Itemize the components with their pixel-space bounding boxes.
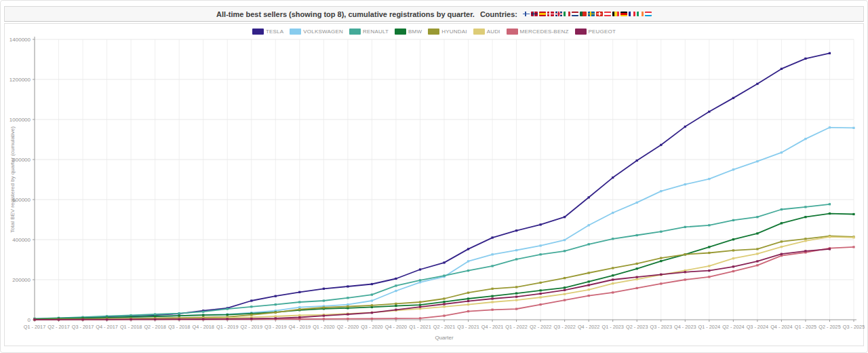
data-point[interactable] — [781, 253, 783, 255]
data-point[interactable] — [732, 270, 734, 272]
data-point[interactable] — [781, 68, 783, 70]
data-point[interactable] — [419, 301, 421, 303]
data-point[interactable] — [347, 297, 349, 299]
data-point[interactable] — [443, 261, 445, 263]
data-point[interactable] — [540, 303, 542, 305]
data-point[interactable] — [636, 160, 638, 162]
data-point[interactable] — [492, 253, 494, 255]
data-point[interactable] — [515, 258, 517, 260]
data-point[interactable] — [419, 304, 421, 306]
data-point[interactable] — [467, 260, 469, 262]
data-point[interactable] — [588, 272, 590, 274]
data-point[interactable] — [708, 265, 710, 267]
data-point[interactable] — [804, 240, 806, 242]
data-point[interactable] — [275, 317, 277, 319]
data-point[interactable] — [395, 278, 397, 280]
data-point[interactable] — [419, 279, 421, 281]
data-point[interactable] — [492, 309, 494, 311]
line-chart[interactable]: 0200000400000600000800000100000012000001… — [5, 24, 865, 345]
data-point[interactable] — [347, 313, 349, 315]
data-point[interactable] — [732, 97, 734, 99]
data-point[interactable] — [829, 52, 831, 54]
data-point[interactable] — [829, 203, 831, 205]
data-point[interactable] — [467, 270, 469, 272]
data-point[interactable] — [540, 293, 542, 295]
series-renault[interactable] — [33, 203, 831, 320]
data-point[interactable] — [82, 318, 84, 320]
data-point[interactable] — [612, 274, 614, 276]
data-point[interactable] — [298, 316, 300, 318]
data-point[interactable] — [540, 296, 542, 298]
data-point[interactable] — [612, 267, 614, 269]
data-point[interactable] — [708, 276, 710, 278]
data-point[interactable] — [636, 234, 638, 236]
data-point[interactable] — [564, 289, 566, 291]
data-point[interactable] — [298, 301, 300, 303]
data-point[interactable] — [515, 286, 517, 288]
data-point[interactable] — [829, 236, 831, 238]
data-point[interactable] — [202, 311, 204, 313]
data-point[interactable] — [371, 304, 373, 306]
data-point[interactable] — [660, 282, 662, 284]
data-point[interactable] — [154, 313, 156, 315]
data-point[interactable] — [226, 314, 229, 316]
data-point[interactable] — [178, 312, 180, 314]
data-point[interactable] — [660, 274, 662, 276]
data-point[interactable] — [781, 222, 783, 224]
data-point[interactable] — [250, 314, 252, 316]
data-point[interactable] — [588, 284, 590, 286]
data-point[interactable] — [564, 299, 566, 301]
data-point[interactable] — [443, 301, 445, 303]
data-point[interactable] — [540, 289, 542, 291]
data-point[interactable] — [323, 299, 325, 301]
data-point[interactable] — [588, 295, 590, 297]
data-point[interactable] — [540, 253, 542, 255]
data-point[interactable] — [275, 295, 277, 297]
data-point[interactable] — [732, 238, 734, 240]
data-point[interactable] — [636, 202, 638, 204]
data-point[interactable] — [829, 212, 831, 215]
data-point[interactable] — [588, 280, 590, 282]
data-point[interactable] — [298, 314, 300, 316]
data-point[interactable] — [443, 315, 445, 317]
data-point[interactable] — [732, 219, 734, 221]
data-point[interactable] — [371, 318, 373, 320]
data-point[interactable] — [443, 303, 445, 305]
data-point[interactable] — [732, 168, 734, 170]
data-point[interactable] — [395, 284, 397, 286]
data-point[interactable] — [347, 318, 349, 320]
data-point[interactable] — [323, 288, 325, 290]
data-point[interactable] — [419, 281, 421, 283]
data-point[interactable] — [492, 288, 494, 290]
data-point[interactable] — [540, 223, 542, 225]
data-point[interactable] — [756, 260, 758, 262]
data-point[interactable] — [515, 249, 517, 251]
data-point[interactable] — [515, 299, 517, 301]
data-point[interactable] — [395, 318, 397, 320]
data-point[interactable] — [588, 224, 590, 226]
data-point[interactable] — [492, 265, 494, 267]
data-point[interactable] — [756, 83, 758, 85]
data-point[interactable] — [756, 160, 758, 162]
data-point[interactable] — [323, 306, 325, 308]
data-point[interactable] — [298, 306, 300, 308]
data-point[interactable] — [660, 260, 662, 262]
data-point[interactable] — [732, 249, 734, 251]
data-point[interactable] — [178, 318, 180, 320]
data-point[interactable] — [781, 151, 783, 153]
data-point[interactable] — [275, 315, 277, 317]
data-point[interactable] — [684, 271, 686, 273]
data-point[interactable] — [756, 248, 758, 250]
data-point[interactable] — [323, 315, 325, 317]
data-point[interactable] — [419, 268, 421, 270]
data-point[interactable] — [564, 239, 566, 241]
data-point[interactable] — [852, 246, 854, 248]
data-point[interactable] — [804, 250, 806, 252]
data-point[interactable] — [732, 265, 734, 267]
data-point[interactable] — [804, 216, 806, 218]
data-point[interactable] — [636, 276, 638, 278]
data-point[interactable] — [612, 291, 614, 293]
data-point[interactable] — [708, 111, 710, 113]
data-point[interactable] — [829, 248, 831, 250]
data-point[interactable] — [852, 236, 854, 238]
